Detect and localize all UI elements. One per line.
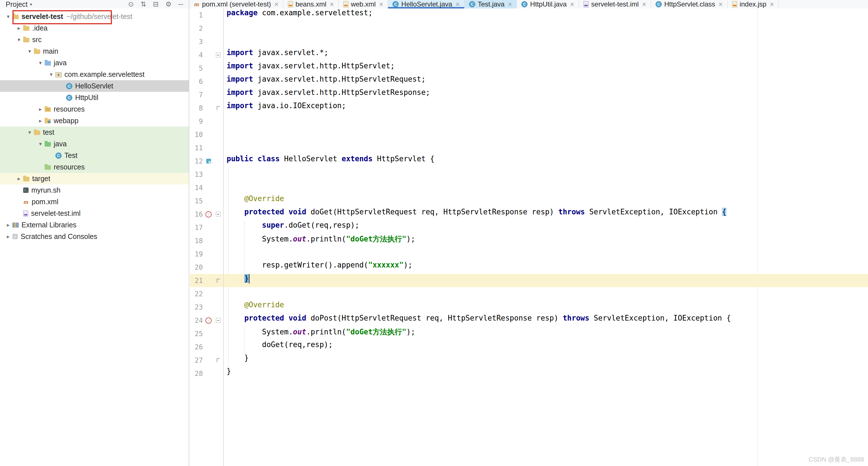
class-marker-icon[interactable] [206,159,211,164]
code-line[interactable]: import java.io.IOException; [224,101,868,115]
tab-close-icon[interactable]: × [770,0,774,8]
tab-close-icon[interactable]: × [379,0,383,8]
tab-close-icon[interactable]: × [642,0,646,8]
tree-item-.idea[interactable]: ▸.idea [0,22,189,34]
tab-close-icon[interactable]: × [330,0,334,8]
tab-beans.xml[interactable]: beans.xml× [283,0,339,8]
line-number[interactable]: 13 [190,171,203,178]
code-line[interactable] [224,168,868,181]
code-line[interactable] [224,115,868,128]
locate-icon[interactable]: ⊙ [128,1,134,8]
sort-icon[interactable]: ⇅ [141,1,146,8]
chevron-down-icon[interactable]: ▾ [47,71,55,78]
line-number[interactable]: 6 [190,78,203,86]
fold-start-icon[interactable] [214,53,222,57]
tree-item-Test[interactable]: Test [0,150,189,161]
code-line[interactable]: doGet(req,resp); [224,340,868,354]
fold-start-icon[interactable] [214,212,222,217]
fold-end-icon[interactable] [217,358,220,362]
fold-start-icon[interactable] [214,318,222,323]
chevron-down-icon[interactable]: ▾ [4,13,12,20]
tree-item-servelet-test[interactable]: ▾servelet-test~/github/servelet-test [0,11,189,22]
fold-end-icon[interactable] [217,106,220,110]
code-line[interactable] [224,22,868,35]
tree-item-src[interactable]: ▾src [0,34,189,45]
tab-web.xml[interactable]: web.xml× [339,0,388,8]
tree-item-resources[interactable]: ▸resources [0,103,189,115]
tab-Test.java[interactable]: Test.java× [465,0,517,8]
line-number[interactable]: 21 [190,277,203,285]
tab-pom.xml (servelet-test)[interactable]: pom.xml (servelet-test)× [189,0,283,8]
code-line[interactable]: @Override [224,300,868,314]
tab-close-icon[interactable]: × [274,0,279,8]
code-line[interactable]: import javax.servlet.http.HttpServletReq… [224,75,868,88]
override-icon[interactable] [206,318,212,324]
line-number[interactable]: 12 [190,157,203,165]
line-number[interactable]: 16 [190,210,203,218]
editor-code-area[interactable]: package com.example.servelettest;import … [224,8,868,466]
line-number[interactable]: 24 [190,317,203,325]
tree-item-myrun.sh[interactable]: myrun.sh [0,185,189,196]
fold-end-icon[interactable] [214,279,222,283]
code-line[interactable] [224,247,868,261]
fold-start-icon[interactable] [216,53,221,57]
line-number[interactable]: 5 [190,64,203,72]
code-line[interactable] [224,181,868,194]
tab-HelloServlet.java[interactable]: HelloServlet.java× [388,0,465,8]
override-icon[interactable] [203,318,214,324]
code-line[interactable]: import javax.servlet.*; [224,48,868,62]
chevron-down-icon[interactable]: ▾ [15,36,23,43]
chevron-right-icon[interactable]: ▸ [36,118,44,124]
override-icon[interactable] [206,211,212,218]
code-line[interactable]: System.out.println("doGet方法执行"); [224,327,868,340]
line-number[interactable]: 20 [190,264,203,271]
line-number[interactable]: 18 [190,237,203,245]
code-line[interactable] [224,141,868,155]
tree-item-servelet-test.iml[interactable]: servelet-test.iml [0,208,189,219]
tree-item-java[interactable]: ▾java [0,138,189,150]
code-line[interactable]: import javax.servlet.http.HttpServlet; [224,62,868,75]
tree-item-pom.xml[interactable]: pom.xml [0,196,189,208]
line-number[interactable]: 22 [190,290,203,298]
tree-item-External Libraries[interactable]: ▸External Libraries [0,219,189,231]
tree-item-HelloServlet[interactable]: HelloServlet [0,80,189,92]
fold-start-icon[interactable] [216,318,221,323]
tree-item-test[interactable]: ▾test [0,127,189,138]
line-number[interactable]: 23 [190,303,203,311]
tab-close-icon[interactable]: × [508,0,512,8]
line-number[interactable]: 26 [190,343,203,351]
code-line[interactable]: } [224,274,868,287]
tree-item-webapp[interactable]: ▸webapp [0,115,189,127]
chevron-down-icon[interactable]: ▾ [25,48,34,55]
code-line[interactable] [224,35,868,48]
chevron-right-icon[interactable]: ▸ [15,175,23,182]
code-line[interactable]: super.doGet(req,resp); [224,221,868,234]
tab-index.jsp[interactable]: index.jsp× [727,0,779,8]
line-number[interactable]: 4 [190,51,203,59]
code-line[interactable]: System.out.println("doGet方法执行"); [224,234,868,247]
code-line[interactable] [224,128,868,141]
code-line[interactable]: } [224,354,868,367]
line-number[interactable]: 11 [190,144,203,152]
tab-close-icon[interactable]: × [718,0,723,8]
collapse-all-icon[interactable]: ⊟ [153,1,158,8]
line-number[interactable]: 8 [190,104,203,112]
line-number[interactable]: 19 [190,250,203,258]
line-number[interactable]: 27 [190,357,203,364]
code-line[interactable]: protected void doGet(HttpServletRequest … [224,208,868,221]
fold-start-icon[interactable] [216,212,221,217]
tab-HttpServlet.class[interactable]: HttpServlet.class× [651,0,727,8]
chevron-right-icon[interactable]: ▸ [36,106,44,112]
fold-end-icon[interactable] [214,106,222,110]
tree-item-Scratches and Consoles[interactable]: ▸Scratches and Consoles [0,231,189,242]
line-number[interactable]: 3 [190,38,203,46]
chevron-down-icon[interactable]: ▾ [25,129,34,136]
tree-item-main[interactable]: ▾main [0,45,189,57]
code-line[interactable]: public class HelloServlet extends HttpSe… [224,155,868,168]
fold-end-icon[interactable] [217,279,220,283]
chevron-down-icon[interactable]: ▾ [36,60,44,66]
line-number[interactable]: 17 [190,224,203,232]
class-marker-icon[interactable] [203,159,214,164]
code-editor[interactable]: 1234567891011121314151617181920212223242… [190,8,868,466]
code-line[interactable]: package com.example.servelettest; [224,8,868,22]
